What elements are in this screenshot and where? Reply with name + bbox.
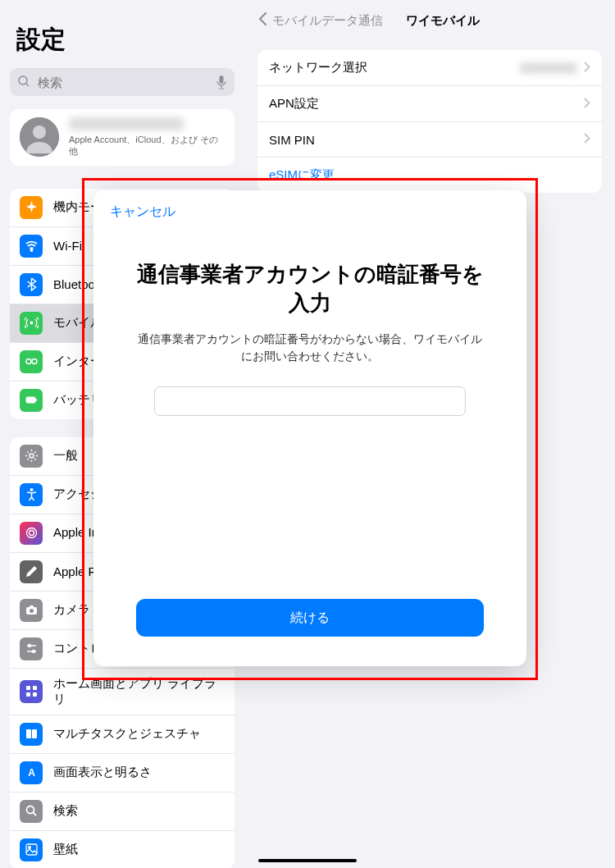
carrier-pin-modal: キャンセル 通信事業者アカウントの暗証番号を入力 通信事業者アカウントの暗証番号… bbox=[93, 190, 526, 666]
modal-footer: 続ける bbox=[93, 599, 526, 666]
sidebar-item-label: ホーム画面とアプリ ライブラリ bbox=[53, 676, 225, 707]
home-icon bbox=[20, 680, 43, 703]
svg-point-16 bbox=[30, 609, 34, 613]
sidebar-item-label: 画面表示と明るさ bbox=[53, 765, 152, 780]
svg-point-8 bbox=[32, 359, 37, 364]
svg-point-32 bbox=[28, 847, 30, 849]
account-info: Apple Account、iCloud、および その他 bbox=[69, 117, 225, 158]
sidebar-item-label: Wi-Fi bbox=[53, 239, 82, 253]
search-input[interactable] bbox=[10, 68, 235, 96]
bluetooth-icon bbox=[20, 273, 43, 296]
svg-rect-17 bbox=[30, 605, 34, 607]
chevron-right-icon bbox=[584, 97, 590, 112]
svg-point-21 bbox=[32, 651, 34, 653]
back-button-label[interactable]: モバイルデータ通信 bbox=[272, 13, 383, 29]
svg-rect-27 bbox=[32, 729, 37, 738]
continue-button[interactable]: 続ける bbox=[136, 599, 484, 637]
svg-point-6 bbox=[30, 322, 33, 325]
svg-rect-31 bbox=[26, 844, 37, 855]
modal-title: 通信事業者アカウントの暗証番号を入力 bbox=[136, 260, 484, 318]
svg-point-11 bbox=[30, 454, 34, 458]
row-label: APN設定 bbox=[269, 96, 319, 112]
gear-icon bbox=[20, 445, 43, 468]
svg-point-4 bbox=[33, 126, 46, 139]
wallpaper-icon bbox=[20, 838, 43, 861]
sidebar-item-label: 一般 bbox=[53, 448, 78, 464]
svg-rect-26 bbox=[26, 729, 31, 738]
modal-description: 通信事業者アカウントの暗証番号がわからない場合、ワイモバイルにお問い合わせくださ… bbox=[136, 331, 484, 365]
modal-body: 通信事業者アカウントの暗証番号を入力 通信事業者アカウントの暗証番号がわからない… bbox=[93, 234, 526, 599]
sidebar-item-label: マルチタスクとジェスチャ bbox=[53, 726, 201, 742]
settings-row[interactable]: APN設定 bbox=[257, 86, 602, 122]
settings-row[interactable]: SIM PIN bbox=[257, 122, 602, 158]
battery-icon bbox=[20, 389, 43, 412]
sidebar-item-home[interactable]: ホーム画面とアプリ ライブラリ bbox=[10, 669, 235, 715]
camera-icon bbox=[20, 599, 43, 622]
carrier-settings-section: ネットワーク選択APN設定SIM PINeSIMに変更 bbox=[257, 50, 602, 193]
pin-input[interactable] bbox=[154, 386, 466, 416]
svg-point-5 bbox=[30, 249, 32, 251]
svg-rect-10 bbox=[35, 399, 37, 401]
svg-rect-2 bbox=[220, 75, 224, 84]
account-name-blurred bbox=[69, 117, 184, 130]
svg-rect-25 bbox=[33, 692, 37, 697]
mic-icon[interactable] bbox=[216, 75, 227, 93]
svg-point-12 bbox=[30, 488, 33, 491]
svg-point-13 bbox=[26, 528, 36, 538]
modal-header: キャンセル bbox=[93, 190, 526, 234]
sidebar-item-multitask[interactable]: マルチタスクとジェスチャ bbox=[10, 715, 235, 754]
airplane-icon bbox=[20, 196, 43, 219]
row-label: SIM PIN bbox=[269, 133, 315, 147]
svg-line-1 bbox=[26, 84, 29, 86]
svg-rect-9 bbox=[26, 397, 35, 403]
chevron-right-icon bbox=[584, 132, 590, 147]
pencil-icon bbox=[20, 560, 43, 583]
page-title: 設定 bbox=[10, 0, 235, 68]
wifi-icon bbox=[20, 235, 43, 258]
row-label: ネットワーク選択 bbox=[269, 60, 367, 75]
multitask-icon bbox=[20, 723, 43, 746]
sidebar-item-display[interactable]: A画面表示と明るさ bbox=[10, 754, 235, 793]
sidebar-item-wallpaper[interactable]: 壁紙 bbox=[10, 831, 235, 868]
svg-point-14 bbox=[29, 531, 34, 536]
svg-rect-22 bbox=[26, 686, 30, 690]
settings-row[interactable]: eSIMに変更 bbox=[257, 158, 602, 193]
cancel-button[interactable]: キャンセル bbox=[110, 204, 175, 218]
row-value-blurred bbox=[520, 62, 577, 74]
accessibility-icon bbox=[20, 483, 43, 506]
control-icon bbox=[20, 637, 43, 660]
hotspot-icon bbox=[20, 350, 43, 373]
svg-point-0 bbox=[19, 76, 27, 85]
sidebar-item-search[interactable]: 検索 bbox=[10, 793, 235, 831]
chevron-right-icon bbox=[584, 61, 590, 75]
row-label: eSIMに変更 bbox=[269, 167, 335, 183]
home-indicator[interactable] bbox=[258, 859, 357, 862]
sidebar-item-label: カメラ bbox=[53, 602, 90, 618]
sidebar-item-label: 壁紙 bbox=[53, 842, 78, 857]
svg-rect-23 bbox=[33, 686, 37, 690]
account-subtitle: Apple Account、iCloud、および その他 bbox=[69, 134, 225, 158]
avatar bbox=[20, 117, 59, 157]
search-field-wrap bbox=[10, 68, 235, 96]
svg-rect-24 bbox=[26, 692, 30, 697]
svg-point-19 bbox=[28, 645, 30, 647]
search-icon bbox=[20, 800, 43, 823]
sidebar-item-label: 検索 bbox=[53, 803, 78, 819]
main-title: ワイモバイル bbox=[406, 13, 480, 29]
apple-intel-icon bbox=[20, 522, 43, 545]
search-icon bbox=[17, 75, 30, 91]
svg-text:A: A bbox=[28, 767, 35, 779]
main-header: モバイルデータ通信 ワイモバイル bbox=[244, 0, 615, 42]
svg-point-7 bbox=[26, 359, 31, 364]
settings-row[interactable]: ネットワーク選択 bbox=[257, 50, 602, 86]
svg-line-30 bbox=[33, 813, 36, 816]
display-icon: A bbox=[20, 761, 43, 784]
cellular-icon bbox=[20, 312, 43, 335]
back-chevron-icon[interactable] bbox=[257, 11, 267, 30]
apple-account-card[interactable]: Apple Account、iCloud、および その他 bbox=[10, 109, 235, 166]
svg-point-29 bbox=[26, 806, 34, 814]
